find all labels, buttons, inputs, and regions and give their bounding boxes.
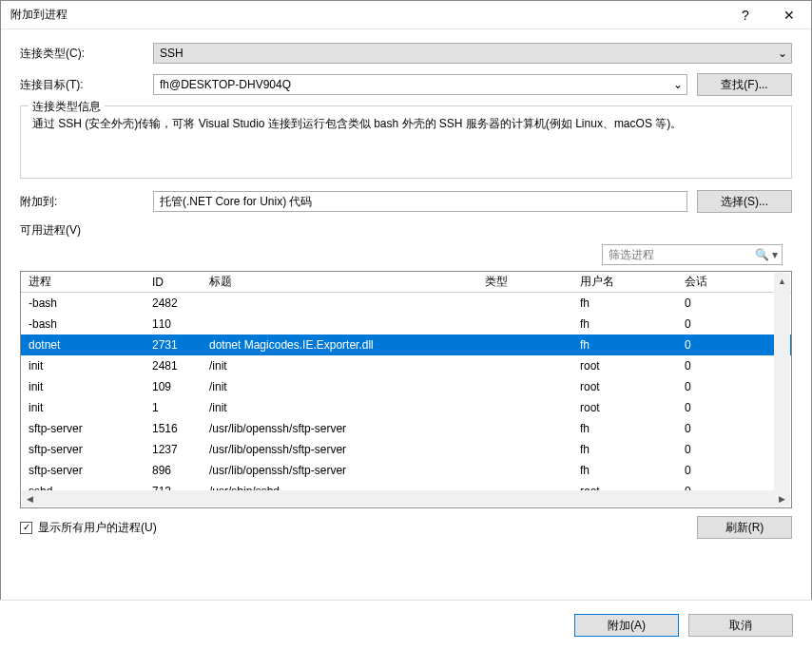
chevron-down-icon: ⌄ — [778, 47, 787, 60]
cell-session: 0 — [677, 317, 734, 331]
filter-placeholder: 筛选进程 — [609, 247, 654, 263]
cell-id: 896 — [145, 464, 202, 477]
connection-type-value: SSH — [160, 47, 184, 60]
cell-process: -bash — [21, 317, 145, 331]
table-row[interactable]: sftp-server1516/usr/lib/openssh/sftp-ser… — [21, 418, 791, 439]
cell-process: sftp-server — [21, 464, 145, 477]
table-row[interactable]: -bash110fh0 — [21, 314, 791, 335]
col-user[interactable]: 用户名 — [572, 274, 677, 290]
process-table: 进程 ID 标题 类型 用户名 会话 -bash2482fh0-bash110f… — [20, 271, 792, 508]
vertical-scrollbar[interactable]: ▲ — [774, 273, 790, 490]
cell-session: 0 — [677, 401, 734, 414]
cell-process: dotnet — [21, 338, 145, 352]
show-all-users-checkbox[interactable]: ✓ 显示所有用户的进程(U) — [20, 520, 157, 536]
attach-button[interactable]: 附加(A) — [574, 614, 679, 637]
cell-id: 2731 — [145, 338, 202, 352]
col-session[interactable]: 会话 — [677, 274, 734, 290]
connection-type-label: 连接类型(C): — [20, 46, 153, 62]
table-row[interactable]: init109/initroot0 — [21, 376, 791, 397]
cell-user: fh — [572, 464, 677, 477]
cell-title: /init — [202, 401, 477, 414]
cell-process: init — [21, 401, 145, 414]
col-title[interactable]: 标题 — [202, 274, 477, 290]
horizontal-scrollbar[interactable]: ◀ ▶ — [22, 490, 790, 507]
cell-session: 0 — [677, 422, 734, 435]
cell-title: /usr/lib/openssh/sftp-server — [202, 464, 477, 477]
cancel-button[interactable]: 取消 — [688, 614, 793, 637]
cell-title: /usr/lib/openssh/sftp-server — [202, 422, 477, 435]
find-button[interactable]: 查找(F)... — [697, 73, 792, 96]
scroll-up-icon: ▲ — [774, 273, 790, 289]
table-row[interactable]: sftp-server1237/usr/lib/openssh/sftp-ser… — [21, 439, 791, 460]
table-row[interactable]: init2481/initroot0 — [21, 355, 791, 376]
cell-user: fh — [572, 443, 677, 456]
col-id[interactable]: ID — [145, 276, 202, 289]
cell-user: fh — [572, 338, 677, 352]
chevron-down-icon: ⌄ — [673, 78, 683, 91]
connection-info-text: 通过 SSH (安全外壳)传输，可将 Visual Studio 连接到运行包含… — [32, 116, 780, 132]
col-process[interactable]: 进程 — [21, 274, 145, 290]
cell-title: /usr/lib/openssh/sftp-server — [202, 443, 477, 456]
cell-id: 1237 — [145, 443, 202, 456]
cell-session: 0 — [677, 380, 734, 393]
connection-info-legend: 连接类型信息 — [29, 99, 105, 115]
table-row[interactable]: init1/initroot0 — [21, 397, 791, 418]
cell-user: fh — [572, 422, 677, 435]
cell-process: sftp-server — [21, 443, 145, 456]
refresh-button[interactable]: 刷新(R) — [697, 516, 792, 539]
available-processes-label: 可用进程(V) — [20, 222, 792, 239]
col-type[interactable]: 类型 — [477, 274, 572, 290]
cell-title: dotnet Magicodes.IE.Exporter.dll — [202, 338, 477, 352]
cell-process: -bash — [21, 296, 145, 310]
cell-session: 0 — [677, 296, 734, 310]
cell-title: /init — [202, 380, 477, 393]
cell-process: init — [21, 380, 145, 393]
scroll-right-icon: ▶ — [774, 494, 790, 504]
close-button[interactable]: ✕ — [767, 1, 811, 29]
cell-id: 2482 — [145, 296, 202, 310]
table-row[interactable]: dotnet2731dotnet Magicodes.IE.Exporter.d… — [21, 335, 791, 355]
cell-session: 0 — [677, 338, 734, 352]
dialog-footer: 附加(A) 取消 — [0, 600, 812, 650]
cell-user: fh — [572, 317, 677, 331]
checkbox-icon: ✓ — [20, 522, 32, 534]
cell-session: 0 — [677, 464, 734, 477]
select-button[interactable]: 选择(S)... — [697, 190, 792, 213]
cell-id: 109 — [145, 380, 202, 393]
titlebar: 附加到进程 ? ✕ — [1, 1, 811, 29]
cell-user: root — [572, 401, 677, 414]
cell-user: root — [572, 380, 677, 393]
cell-title: /init — [202, 359, 477, 373]
cell-process: sftp-server — [21, 422, 145, 435]
attach-to-label: 附加到: — [20, 194, 153, 210]
connection-target-value: fh@DESKTOP-DHV904Q — [160, 78, 291, 91]
cell-user: root — [572, 359, 677, 373]
cell-process: init — [21, 359, 145, 373]
search-icon: 🔍 ▾ — [755, 248, 778, 261]
cell-id: 2481 — [145, 359, 202, 373]
scroll-left-icon: ◀ — [22, 494, 38, 504]
table-row[interactable]: sftp-server896/usr/lib/openssh/sftp-serv… — [21, 460, 791, 481]
close-icon: ✕ — [783, 8, 795, 23]
cell-session: 0 — [677, 443, 734, 456]
show-all-users-label: 显示所有用户的进程(U) — [38, 520, 157, 536]
cell-id: 110 — [145, 317, 202, 331]
cell-session: 0 — [677, 359, 734, 373]
connection-target-label: 连接目标(T): — [20, 77, 153, 93]
window-title: 附加到进程 — [10, 7, 724, 23]
connection-info-fieldset: 连接类型信息 通过 SSH (安全外壳)传输，可将 Visual Studio … — [20, 105, 792, 179]
connection-target-dropdown[interactable]: fh@DESKTOP-DHV904Q ⌄ — [153, 74, 687, 95]
cell-id: 1516 — [145, 422, 202, 435]
cell-user: fh — [572, 296, 677, 310]
filter-input[interactable]: 筛选进程 🔍 ▾ — [602, 244, 783, 265]
cell-id: 1 — [145, 401, 202, 414]
attach-to-value: 托管(.NET Core for Unix) 代码 — [160, 194, 312, 210]
connection-type-dropdown[interactable]: SSH ⌄ — [153, 43, 792, 64]
table-row[interactable]: -bash2482fh0 — [21, 293, 791, 314]
table-header: 进程 ID 标题 类型 用户名 会话 — [21, 272, 791, 293]
attach-to-field: 托管(.NET Core for Unix) 代码 — [153, 191, 687, 212]
help-icon: ? — [742, 8, 749, 23]
help-button[interactable]: ? — [724, 1, 767, 29]
